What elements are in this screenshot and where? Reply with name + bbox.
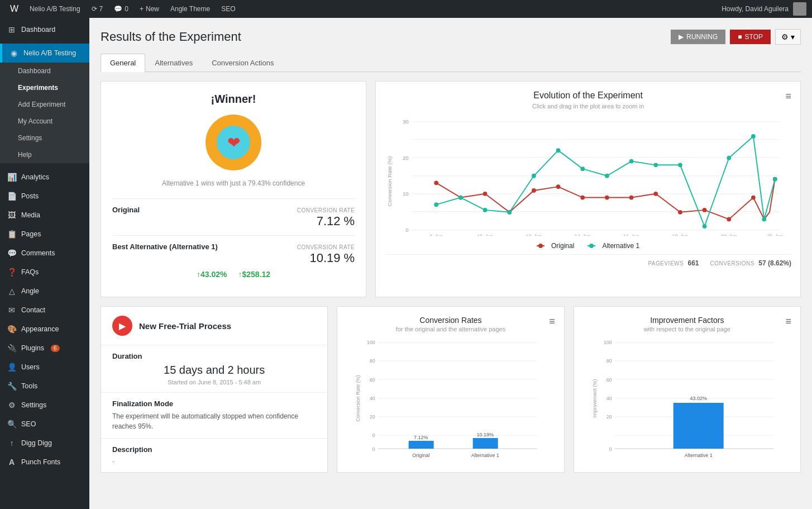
finalization-section: Finalization Mode The experiment will be… <box>101 393 327 439</box>
svg-text:20: 20 <box>606 414 612 420</box>
svg-text:Conversion Rate (%): Conversion Rate (%) <box>386 156 393 206</box>
sidebar-item-pages[interactable]: 📋 Pages <box>0 225 89 244</box>
running-label: RUNNING <box>686 33 718 41</box>
svg-point-24 <box>532 188 536 193</box>
svg-point-40 <box>556 148 561 153</box>
svg-text:30: 30 <box>403 118 409 125</box>
legend-original-label: Original <box>551 242 574 250</box>
sidebar-item-faqs[interactable]: ❓ FAQs <box>0 263 89 282</box>
description-label: Description <box>112 445 316 454</box>
sidebar-item-media[interactable]: 🖼 Media <box>0 206 89 225</box>
seo[interactable]: SEO <box>217 0 240 18</box>
svg-text:20: 20 <box>403 155 409 161</box>
duration-value: 15 days and 2 hours <box>112 364 316 377</box>
svg-text:100: 100 <box>603 340 612 345</box>
avatar[interactable] <box>793 2 806 16</box>
punch-fonts-icon: A <box>7 457 17 467</box>
sidebar-item-nelio[interactable]: ◉ Nelio A/B Testing <box>0 44 89 63</box>
svg-point-20 <box>434 180 438 185</box>
conversion-rates-card: ≡ Conversion Rates for the original and … <box>337 306 564 473</box>
nelio-icon: ◉ <box>9 48 19 58</box>
running-button[interactable]: ▶ RUNNING <box>671 30 725 44</box>
info-card-header: ▶ New Free-Trial Process <box>101 307 327 345</box>
conversion-rates-subtitle: for the original and the alternative pag… <box>346 326 555 332</box>
stop-label: STOP <box>745 33 763 41</box>
tab-general[interactable]: General <box>101 54 145 72</box>
sidebar-item-posts[interactable]: 📄 Posts <box>0 187 89 206</box>
updates[interactable]: ⟳ 7 <box>87 0 108 18</box>
svg-point-31 <box>703 208 707 212</box>
svg-text:Original: Original <box>412 453 429 458</box>
evolution-chart-subtitle: Click and drag in the plot area to zoom … <box>385 103 791 110</box>
sidebar-item-dashboard-sub[interactable]: Dashboard <box>0 63 89 79</box>
sidebar-item-plugins[interactable]: 🔌 Plugins 6 <box>0 339 89 358</box>
improvement2: ↑$258.12 <box>238 270 271 279</box>
sidebar-item-label: Dashboard <box>21 26 55 34</box>
svg-point-29 <box>653 192 658 196</box>
svg-text:10: 10 <box>403 191 409 197</box>
dashboard-icon: ⊞ <box>7 25 17 35</box>
svg-text:18. Jun: 18. Jun <box>672 234 689 235</box>
description-section: Description - <box>101 439 327 472</box>
sidebar-item-digg-digg[interactable]: ↑ Digg Digg <box>0 434 89 453</box>
top-cards-row: ¡Winner! ❤ Alternative 1 wins with just … <box>101 81 801 297</box>
sidebar-item-comments[interactable]: 💬 Comments <box>0 244 89 263</box>
svg-rect-70 <box>409 441 434 449</box>
sidebar-item-help[interactable]: Help <box>0 146 89 163</box>
conversion-rate-label2: CONVERSION RATE <box>297 244 355 250</box>
tab-alternatives[interactable]: Alternatives <box>145 54 202 72</box>
improvement-chart-menu[interactable]: ≡ <box>785 316 791 327</box>
stop-button[interactable]: ■ STOP <box>730 30 771 44</box>
improvement-factors-card: ≡ Improvement Factors with respect to th… <box>574 306 801 473</box>
heart-icon: ❤ <box>227 134 240 152</box>
svg-text:20. Jun: 20. Jun <box>721 234 737 235</box>
sidebar-item-label: Media <box>21 211 40 219</box>
analytics-icon: 📊 <box>7 172 17 182</box>
winner-badge: ❤ <box>206 115 261 170</box>
settings-button[interactable]: ⚙ ▾ <box>775 29 801 45</box>
sidebar-item-settings-sub[interactable]: Settings <box>0 130 89 146</box>
svg-text:80: 80 <box>606 358 612 364</box>
site-name[interactable]: Nelio A/B Testing <box>25 0 85 18</box>
svg-point-41 <box>580 167 585 171</box>
sidebar-item-my-account[interactable]: My Account <box>0 113 89 130</box>
best-alt-stat: Best Alternative (Alternative 1) CONVERS… <box>112 242 355 279</box>
sidebar-item-appearance[interactable]: 🎨 Appearance <box>0 320 89 339</box>
tab-conversion-actions[interactable]: Conversion Actions <box>202 54 283 72</box>
conversion-chart-menu[interactable]: ≡ <box>549 316 555 327</box>
winner-title: ¡Winner! <box>112 93 355 106</box>
sidebar-item-settings[interactable]: ⚙ Settings <box>0 396 89 415</box>
wp-logo[interactable]: W <box>6 0 23 18</box>
sidebar-item-label: Users <box>21 363 40 371</box>
conversion-rate-label1: CONVERSION RATE <box>297 207 355 213</box>
sidebar-item-angle[interactable]: △ Angle <box>0 282 89 301</box>
new-content[interactable]: + New <box>135 0 164 18</box>
sidebar-item-experiments[interactable]: Experiments <box>0 79 89 96</box>
sidebar-item-users[interactable]: 👤 Users <box>0 358 89 377</box>
info-card-title: New Free-Trial Process <box>139 321 231 331</box>
sidebar-item-contact[interactable]: ✉ Contact <box>0 301 89 320</box>
sidebar-item-add-experiment[interactable]: Add Experiment <box>0 96 89 113</box>
sidebar-item-analytics[interactable]: 📊 Analytics <box>0 168 89 187</box>
svg-text:20: 20 <box>370 414 375 420</box>
svg-text:Alternative 1: Alternative 1 <box>684 453 712 458</box>
sidebar-item-seo[interactable]: 🔍 SEO <box>0 415 89 434</box>
sidebar-item-dashboard[interactable]: ⊞ Dashboard <box>0 20 89 39</box>
conversion-rates-title: Conversion Rates <box>346 316 555 325</box>
media-icon: 🖼 <box>7 210 17 220</box>
sidebar-item-label: Contact <box>21 306 45 314</box>
chart-menu-icon[interactable]: ≡ <box>785 91 791 102</box>
sidebar-item-tools[interactable]: 🔧 Tools <box>0 377 89 396</box>
sidebar-item-label: SEO <box>21 420 36 428</box>
angle-theme[interactable]: Angle Theme <box>166 0 214 18</box>
sidebar-item-punch-fonts[interactable]: A Punch Fonts <box>0 453 89 472</box>
svg-text:60: 60 <box>370 377 375 383</box>
svg-text:0: 0 <box>405 227 409 233</box>
svg-text:40: 40 <box>606 396 612 401</box>
svg-point-49 <box>762 217 767 222</box>
original-rate: 7.12 % <box>112 214 355 229</box>
svg-text:Improvement (%): Improvement (%) <box>591 379 597 417</box>
comments[interactable]: 💬 0 <box>109 0 133 18</box>
improvement-factors-svg: 100 80 60 40 20 0 Improvement (%) 43.02%… <box>583 337 791 460</box>
sidebar: ⊞ Dashboard ◉ Nelio A/B Testing Dashboar… <box>0 18 89 509</box>
